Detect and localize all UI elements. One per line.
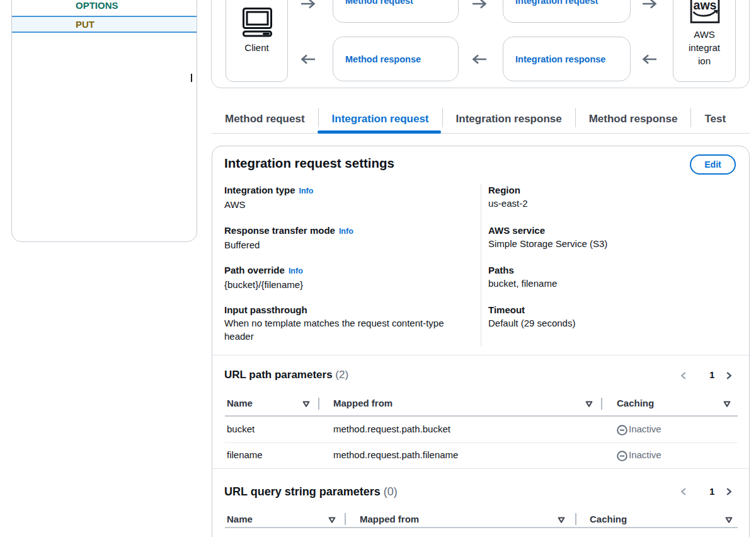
- svg-text:aws: aws: [694, 0, 717, 12]
